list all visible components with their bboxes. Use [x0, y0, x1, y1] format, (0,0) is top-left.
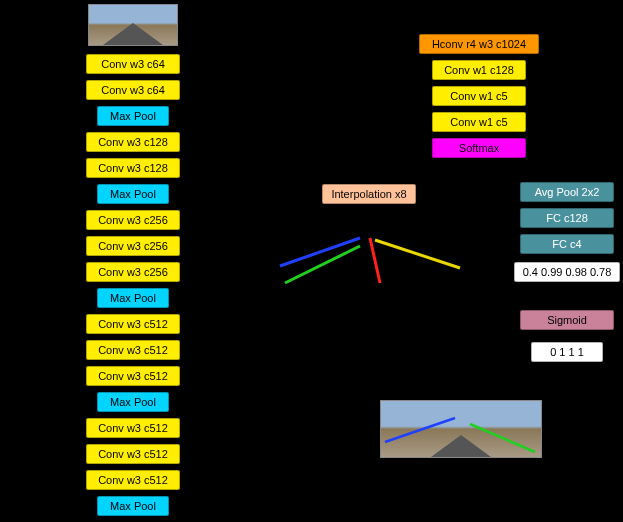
svg-line-5: [470, 424, 535, 452]
backbone-block-7: Conv w3 c256: [86, 236, 180, 256]
backbone-block-14: Conv w3 c512: [86, 418, 180, 438]
backbone-block-10: Conv w3 c512: [86, 314, 180, 334]
cls-head-block-2: FC c4: [520, 234, 614, 254]
backbone-block-2: Max Pool: [97, 106, 169, 126]
backbone-block-1: Conv w3 c64: [86, 80, 180, 100]
backbone-block-9: Max Pool: [97, 288, 169, 308]
seg-head-block-3: Conv w1 c5: [432, 112, 526, 132]
cls-head-block-4: Sigmoid: [520, 310, 614, 330]
backbone-block-5: Max Pool: [97, 184, 169, 204]
backbone-block-12: Conv w3 c512: [86, 366, 180, 386]
cls-head-block-0: Avg Pool 2x2: [520, 182, 614, 202]
backbone-block-6: Conv w3 c256: [86, 210, 180, 230]
seg-head-block-0: Hconv r4 w3 c1024: [419, 34, 539, 54]
backbone-block-13: Max Pool: [97, 392, 169, 412]
output-lane-overlay: [380, 400, 540, 456]
svg-line-4: [385, 418, 455, 442]
backbone-block-15: Conv w3 c512: [86, 444, 180, 464]
backbone-block-3: Conv w3 c128: [86, 132, 180, 152]
seg-head-block-1: Conv w1 c128: [432, 60, 526, 80]
backbone-block-17: Max Pool: [97, 496, 169, 516]
cls-head-block-3: 0.4 0.99 0.98 0.78: [514, 262, 620, 282]
cls-head-block-1: FC c128: [520, 208, 614, 228]
backbone-block-0: Conv w3 c64: [86, 54, 180, 74]
backbone-block-11: Conv w3 c512: [86, 340, 180, 360]
seg-head-block-2: Conv w1 c5: [432, 86, 526, 106]
seg-head-block-4: Softmax: [432, 138, 526, 158]
interpolation-block: Interpolation x8: [322, 184, 416, 204]
cls-head-block-5: 0 1 1 1: [531, 342, 603, 362]
backbone-block-8: Conv w3 c256: [86, 262, 180, 282]
svg-line-3: [375, 240, 460, 268]
backbone-block-4: Conv w3 c128: [86, 158, 180, 178]
svg-line-2: [370, 238, 380, 283]
input-image: [88, 4, 178, 46]
backbone-block-16: Conv w3 c512: [86, 470, 180, 490]
lane-segmentation-output: [270, 228, 470, 308]
